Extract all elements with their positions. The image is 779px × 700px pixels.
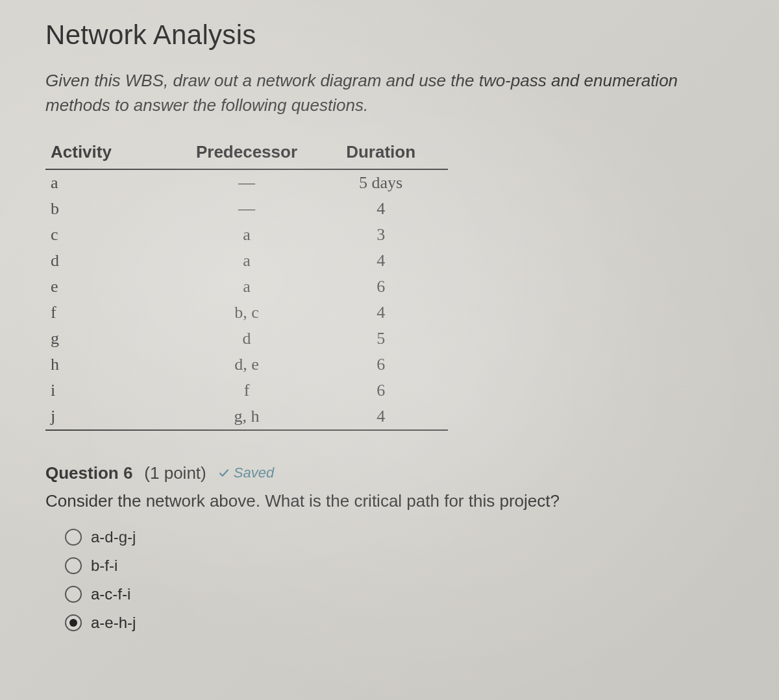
cell-predecessor: —	[180, 169, 314, 196]
th-duration: Duration	[314, 136, 448, 169]
question-points: (1 point)	[144, 463, 206, 483]
cell-predecessor: a	[180, 222, 314, 248]
table-row: fb, c4	[45, 300, 448, 326]
check-icon	[218, 467, 230, 479]
cell-predecessor: g, h	[180, 404, 314, 430]
option-label: a-d-g-j	[91, 528, 136, 546]
saved-indicator: Saved	[218, 465, 274, 481]
radio-button[interactable]	[65, 529, 82, 546]
option-label: a-c-f-i	[91, 585, 130, 603]
cell-duration: 6	[314, 352, 448, 378]
cell-duration: 4	[314, 404, 448, 430]
cell-activity: f	[45, 300, 180, 326]
cell-activity: b	[45, 196, 180, 222]
question-header: Question 6 (1 point) Saved	[45, 463, 734, 483]
cell-activity: g	[45, 326, 180, 352]
table-row: jg, h4	[45, 404, 448, 430]
cell-activity: c	[45, 222, 180, 248]
cell-predecessor: a	[180, 248, 314, 274]
wbs-table: Activity Predecessor Duration a—5 daysb—…	[45, 136, 448, 431]
option-label: a-e-h-j	[91, 614, 136, 632]
table-row: da4	[45, 248, 448, 274]
cell-duration: 5 days	[314, 169, 448, 196]
cell-duration: 3	[314, 222, 448, 248]
answer-option[interactable]: a-e-h-j	[65, 614, 734, 632]
intro-text: Given this WBS, draw out a network diagr…	[45, 69, 734, 117]
wbs-table-body: a—5 daysb—4ca3da4ea6fb, c4gd5hd, e6if6jg…	[45, 169, 448, 430]
table-row: ca3	[45, 222, 448, 248]
table-row: if6	[45, 378, 448, 404]
answer-option[interactable]: a-d-g-j	[65, 528, 734, 546]
option-label: b-f-i	[91, 557, 117, 575]
cell-predecessor: b, c	[180, 300, 314, 326]
table-row: hd, e6	[45, 352, 448, 378]
cell-activity: i	[45, 378, 180, 404]
cell-duration: 4	[314, 196, 448, 222]
answer-options: a-d-g-jb-f-ia-c-f-ia-e-h-j	[45, 528, 734, 632]
page-title: Network Analysis	[45, 19, 734, 51]
th-predecessor: Predecessor	[180, 136, 314, 169]
cell-predecessor: —	[180, 196, 314, 222]
saved-label: Saved	[234, 465, 274, 481]
cell-activity: h	[45, 352, 180, 378]
cell-duration: 5	[314, 326, 448, 352]
cell-activity: a	[45, 169, 180, 196]
cell-activity: j	[45, 404, 180, 430]
question-text: Consider the network above. What is the …	[45, 491, 734, 511]
cell-duration: 4	[314, 248, 448, 274]
question-title: Question 6	[45, 463, 132, 483]
th-activity: Activity	[45, 136, 180, 169]
cell-predecessor: d	[180, 326, 314, 352]
cell-activity: e	[45, 274, 180, 300]
radio-button[interactable]	[65, 586, 82, 603]
answer-option[interactable]: a-c-f-i	[65, 585, 734, 603]
table-row: a—5 days	[45, 169, 448, 196]
answer-option[interactable]: b-f-i	[65, 557, 734, 575]
cell-duration: 6	[314, 274, 448, 300]
cell-duration: 6	[314, 378, 448, 404]
table-row: ea6	[45, 274, 448, 300]
cell-predecessor: d, e	[180, 352, 314, 378]
cell-activity: d	[45, 248, 180, 274]
radio-button[interactable]	[65, 557, 82, 574]
radio-button[interactable]	[65, 614, 82, 631]
table-row: b—4	[45, 196, 448, 222]
cell-predecessor: a	[180, 274, 314, 300]
table-row: gd5	[45, 326, 448, 352]
cell-predecessor: f	[180, 378, 314, 404]
cell-duration: 4	[314, 300, 448, 326]
